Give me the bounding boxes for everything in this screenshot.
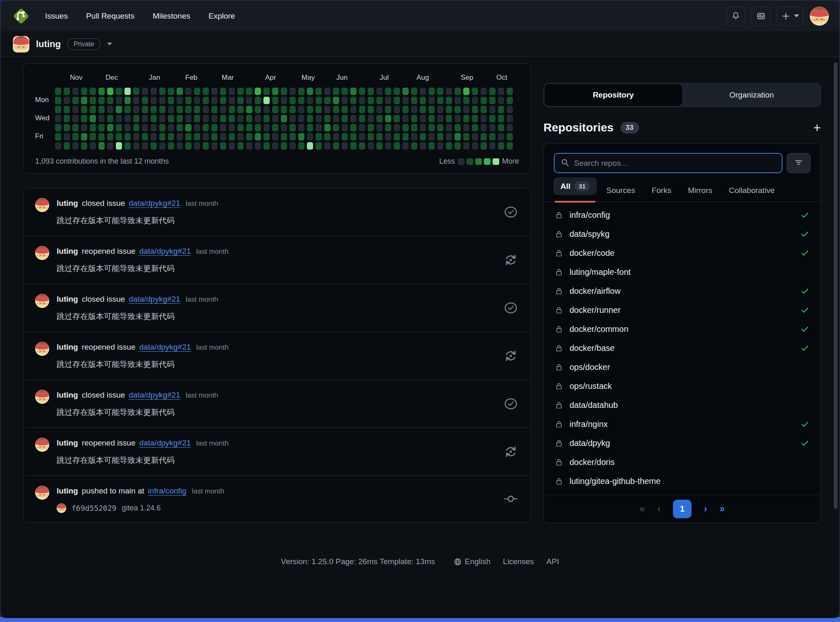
heatmap-cell bbox=[263, 115, 270, 122]
heatmap-cell bbox=[402, 88, 409, 95]
profile-dropdown-caret[interactable] bbox=[107, 43, 112, 45]
repo-row[interactable]: docker/doris bbox=[544, 453, 821, 472]
nav-link-issues[interactable]: Issues bbox=[45, 12, 68, 21]
repo-name[interactable]: docker/common bbox=[570, 324, 628, 334]
feed-actor-link[interactable]: luting bbox=[57, 245, 78, 257]
repo-row[interactable]: luting/maple-font bbox=[544, 262, 821, 281]
feed-actor-avatar[interactable] bbox=[35, 246, 49, 260]
repo-name[interactable]: docker/base bbox=[570, 343, 615, 353]
legend-cell bbox=[475, 158, 482, 165]
feed-target-link[interactable]: data/dpykg#21 bbox=[139, 341, 191, 353]
repo-filter-tab-sources[interactable]: Sources bbox=[606, 186, 635, 202]
repo-name[interactable]: docker/doris bbox=[570, 458, 615, 467]
feed-actor-avatar[interactable] bbox=[35, 486, 49, 500]
repo-name[interactable]: luting/gitea-github-theme bbox=[570, 477, 661, 486]
repo-row[interactable]: ops/rustack bbox=[544, 377, 821, 396]
feed-actor-avatar[interactable] bbox=[35, 438, 49, 452]
feed-actor-link[interactable]: luting bbox=[57, 389, 78, 401]
heatmap-cell bbox=[316, 115, 322, 122]
feed-actor-avatar[interactable] bbox=[35, 198, 49, 212]
repo-name[interactable]: data/dpykg bbox=[570, 438, 610, 448]
heatmap-cell bbox=[159, 88, 165, 95]
repo-filter-tab-all[interactable]: All31 bbox=[560, 181, 590, 202]
pagination-control[interactable]: › bbox=[704, 503, 707, 515]
feed-target-link[interactable]: infra/config bbox=[148, 485, 187, 497]
gitea-logo-icon[interactable] bbox=[11, 6, 31, 26]
repo-row[interactable]: docker/common bbox=[544, 319, 821, 338]
add-repository-button[interactable]: + bbox=[813, 121, 821, 134]
heatmap-cell bbox=[437, 106, 443, 113]
feed-actor-link[interactable]: luting bbox=[57, 197, 78, 210]
repo-name[interactable]: docker/code bbox=[570, 248, 615, 258]
create-new-button[interactable] bbox=[777, 7, 804, 26]
feed-target-link[interactable]: data/dpykg#21 bbox=[139, 437, 191, 449]
admin-panel-button[interactable] bbox=[751, 7, 771, 26]
footer-link-api[interactable]: API bbox=[546, 557, 559, 566]
heatmap-cell bbox=[142, 88, 148, 95]
heatmap-cell bbox=[420, 115, 426, 122]
heatmap-day-label: Wed bbox=[35, 114, 50, 122]
heatmap-cell bbox=[133, 133, 139, 141]
repo-row[interactable]: data/spykg bbox=[544, 224, 821, 243]
repo-search-input[interactable] bbox=[574, 159, 776, 168]
tab-organization[interactable]: Organization bbox=[683, 83, 821, 107]
repo-name[interactable]: data/spykg bbox=[570, 229, 610, 239]
notifications-button[interactable] bbox=[726, 7, 745, 26]
pagination-control[interactable]: » bbox=[720, 503, 725, 515]
repo-name[interactable]: infra/nginx bbox=[570, 419, 608, 429]
repo-name[interactable]: data/datahub bbox=[570, 400, 618, 410]
user-avatar[interactable] bbox=[810, 7, 829, 26]
heatmap-cell bbox=[64, 142, 70, 150]
commit-sha-link[interactable]: f69d552029 bbox=[72, 504, 116, 512]
repo-row[interactable]: data/dpykg bbox=[544, 434, 821, 453]
nav-link-milestones[interactable]: Milestones bbox=[153, 12, 190, 21]
repo-row[interactable]: docker/airflow bbox=[544, 281, 821, 300]
heatmap-cell bbox=[402, 133, 409, 141]
footer-link-licenses[interactable]: Licenses bbox=[503, 557, 534, 566]
feed-target-link[interactable]: data/dpykg#21 bbox=[129, 293, 180, 305]
repo-row[interactable]: luting/gitea-github-theme bbox=[544, 472, 821, 491]
repo-row[interactable]: infra/nginx bbox=[544, 415, 821, 434]
feed-target-link[interactable]: data/dpykg#21 bbox=[129, 197, 180, 210]
feed-target-link[interactable]: data/dpykg#21 bbox=[139, 245, 191, 257]
repo-row[interactable]: docker/code bbox=[544, 243, 821, 262]
profile-avatar[interactable] bbox=[13, 36, 29, 52]
heatmap-cell bbox=[359, 97, 365, 104]
feed-actor-avatar[interactable] bbox=[35, 294, 49, 308]
repo-row[interactable]: docker/runner bbox=[544, 300, 821, 319]
repo-name[interactable]: docker/airflow bbox=[570, 286, 620, 296]
pagination-current-page[interactable]: 1 bbox=[673, 500, 692, 518]
heatmap-cell bbox=[220, 115, 226, 122]
repo-name[interactable]: luting/maple-font bbox=[570, 267, 631, 277]
nav-link-explore[interactable]: Explore bbox=[208, 12, 235, 21]
repo-name[interactable]: docker/runner bbox=[570, 305, 620, 315]
feed-actor-avatar[interactable] bbox=[35, 390, 49, 404]
nav-link-pull-requests[interactable]: Pull Requests bbox=[86, 12, 134, 21]
feed-actor-link[interactable]: luting bbox=[57, 485, 78, 497]
feed-actor-link[interactable]: luting bbox=[57, 341, 78, 353]
scrollbar[interactable] bbox=[834, 62, 838, 509]
heatmap-cell bbox=[81, 142, 87, 150]
repo-name[interactable]: ops/rustack bbox=[570, 381, 612, 391]
nav-links: Issues Pull Requests Milestones Explore bbox=[45, 12, 235, 21]
feed-actor-link[interactable]: luting bbox=[57, 437, 78, 449]
feed-target-link[interactable]: data/dpykg#21 bbox=[129, 389, 180, 401]
repo-filter-tab-collaborative[interactable]: Collaborative bbox=[729, 186, 775, 202]
tab-repository[interactable]: Repository bbox=[544, 83, 683, 107]
footer-link-english[interactable]: English bbox=[453, 557, 491, 566]
heatmap-cell bbox=[376, 115, 383, 122]
feed-actor-avatar[interactable] bbox=[35, 342, 49, 356]
heatmap-cell bbox=[307, 115, 313, 122]
repo-name[interactable]: infra/config bbox=[570, 210, 610, 220]
repo-row[interactable]: ops/docker bbox=[544, 357, 821, 377]
repo-row[interactable]: data/datahub bbox=[544, 396, 821, 415]
feed-item: lutingreopened issuedata/dpykg#21last mo… bbox=[24, 331, 531, 379]
repo-name[interactable]: ops/docker bbox=[570, 362, 610, 372]
repo-filter-tab-forks[interactable]: Forks bbox=[652, 186, 672, 202]
feed-actor-link[interactable]: luting bbox=[57, 293, 78, 305]
heatmap-cell bbox=[368, 142, 374, 150]
repo-filter-tab-mirrors[interactable]: Mirrors bbox=[688, 186, 712, 202]
repo-row[interactable]: infra/config bbox=[544, 205, 821, 224]
repo-filter-button[interactable] bbox=[787, 153, 811, 173]
repo-row[interactable]: docker/base bbox=[544, 338, 821, 357]
